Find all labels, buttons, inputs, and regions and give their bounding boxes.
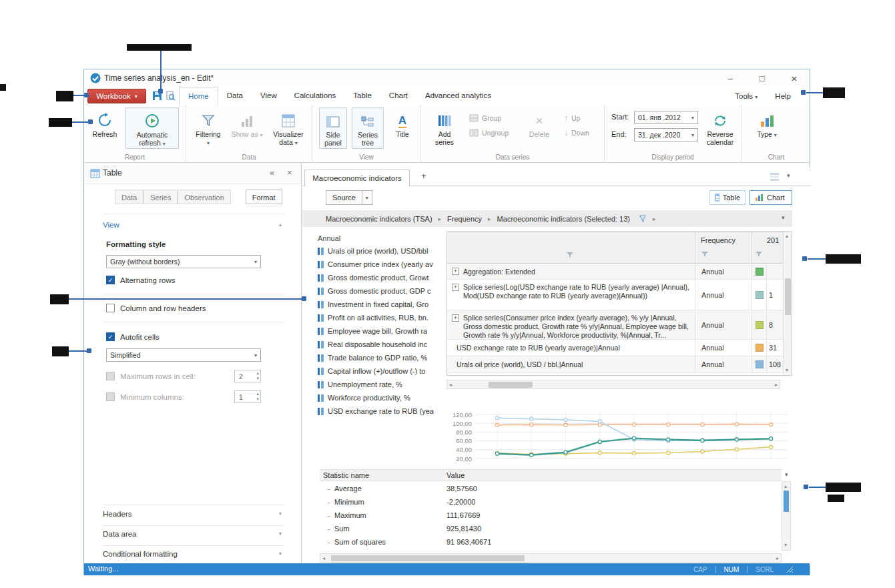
tab-table[interactable]: Table: [344, 87, 380, 105]
filtering-button[interactable]: Filtering▾: [192, 107, 225, 149]
tree-item[interactable]: Investment in fixed capital, Gro: [318, 298, 428, 310]
show-as-button[interactable]: Show as ▾: [230, 107, 264, 149]
add-series-button[interactable]: Add series: [431, 107, 458, 149]
tree-item[interactable]: Unemployment rate, %: [318, 378, 402, 390]
chevron-down-icon[interactable]: ▾: [787, 172, 790, 179]
tree-item[interactable]: Workforce productivity, %: [318, 392, 410, 404]
scroll-down-icon[interactable]: ▾: [784, 543, 787, 548]
checkbox-min-columns[interactable]: [106, 392, 115, 401]
tree-item[interactable]: Urals oil price (world), USD/bbl: [318, 245, 428, 257]
table-row[interactable]: + Aggregation: Extended Annual: [447, 264, 783, 280]
side-panel-button[interactable]: Side panel: [319, 107, 347, 149]
title-button[interactable]: A Title: [389, 107, 416, 149]
column-filter-icon[interactable]: [755, 251, 763, 258]
tools-menu[interactable]: Tools ▾: [735, 92, 758, 100]
resize-grip-icon[interactable]: [786, 565, 794, 573]
move-up-button[interactable]: ↑ Up: [564, 112, 580, 124]
scrollbar-thumb[interactable]: [489, 382, 533, 388]
visualizer-data-button[interactable]: Visualizer data ▾: [268, 107, 309, 149]
tab-data[interactable]: Data: [218, 87, 252, 105]
scrollbar-thumb[interactable]: [785, 278, 791, 315]
close-icon[interactable]: ×: [786, 73, 803, 84]
start-date-combobox[interactable]: 01. янв .2012▾: [634, 111, 698, 124]
filter-funnel-icon[interactable]: [639, 215, 647, 223]
checkbox-autofit-cells[interactable]: ✓: [106, 332, 115, 341]
table-vertical-scrollbar[interactable]: ▴ ▾: [783, 232, 792, 375]
min-columns-spinner[interactable]: 1 ▴▾: [234, 390, 261, 403]
tab-advanced-analytics[interactable]: Advanced analytics: [416, 87, 500, 105]
table-row[interactable]: + Splice series(Log(USD exchange rate to…: [447, 280, 783, 310]
panel-tab-data[interactable]: Data: [115, 190, 143, 204]
tab-calculations[interactable]: Calculations: [286, 87, 345, 105]
ungroup-button[interactable]: Ungroup: [469, 127, 509, 139]
spin-down-icon[interactable]: ▾: [256, 376, 259, 381]
maximize-icon[interactable]: □: [754, 73, 771, 83]
scroll-left-icon[interactable]: ◂: [322, 556, 325, 561]
group-button[interactable]: Group: [469, 112, 501, 124]
stats-row[interactable]: - Minimum -2,20000: [320, 498, 780, 510]
stats-row[interactable]: - Average 38,57560: [320, 485, 780, 497]
document-tab[interactable]: Macroeconomic indicators: [304, 170, 410, 186]
stats-row[interactable]: - Sum 925,81430: [320, 525, 780, 537]
breadcrumb-item[interactable]: Frequency: [447, 215, 482, 223]
checkbox-column-row-headers[interactable]: [106, 304, 115, 312]
automatic-refresh-button[interactable]: Automatic refresh ▾: [125, 107, 179, 149]
table-view-button[interactable]: Table: [709, 190, 745, 205]
section-headers[interactable]: Headers ▾: [103, 510, 284, 518]
chart-type-button[interactable]: Type ▾: [752, 107, 782, 149]
scrollbar-thumb[interactable]: [331, 555, 525, 561]
tree-item[interactable]: Consumer price index (yearly av: [318, 258, 433, 270]
tree-item[interactable]: Gross domestic product, Growt: [318, 272, 429, 284]
max-rows-spinner[interactable]: 2 ▴▾: [234, 370, 261, 382]
tree-item[interactable]: Trade balance to GDP ratio, %: [318, 352, 427, 364]
help-menu[interactable]: Help: [775, 92, 791, 100]
breadcrumb-item[interactable]: Macroeconomic indicators (TSA): [326, 215, 432, 223]
section-conditional-formatting[interactable]: Conditional formatting ▾: [103, 550, 284, 558]
breadcrumb-item[interactable]: Macroeconomic indicators (Selected: 13): [497, 215, 630, 223]
stats-horizontal-scrollbar[interactable]: ◂ ▸: [320, 553, 782, 563]
minimize-icon[interactable]: –: [721, 73, 739, 83]
checkbox-alternating-rows[interactable]: ✓: [106, 276, 115, 284]
layout-switcher-icon[interactable]: [770, 172, 780, 181]
tab-chart[interactable]: Chart: [380, 87, 416, 105]
print-preview-icon[interactable]: [166, 91, 176, 101]
collapse-panel-icon[interactable]: «: [270, 168, 274, 178]
table-horizontal-scrollbar[interactable]: ◂ ▸: [446, 380, 780, 389]
delete-button[interactable]: × Delete: [526, 107, 553, 149]
table-row[interactable]: + Splice series(Consumer price index (ye…: [447, 310, 783, 340]
move-down-button[interactable]: ↓ Down: [564, 127, 589, 139]
header-cell-frequency[interactable]: Frequency: [695, 232, 752, 264]
source-button[interactable]: Source ▾: [326, 190, 372, 205]
header-cell-name[interactable]: [447, 232, 695, 264]
tree-item[interactable]: Capital inflow (+)/outflow (-) to: [318, 365, 425, 377]
column-filter-icon[interactable]: [566, 252, 574, 258]
formatting-style-combobox[interactable]: Gray (without borders)▾: [106, 255, 261, 268]
breadcrumb-dropdown-icon[interactable]: ▾: [782, 214, 785, 221]
tab-home[interactable]: Home: [179, 87, 218, 105]
scroll-down-icon[interactable]: ▾: [786, 368, 788, 373]
tree-item[interactable]: Real disposable household inc: [318, 338, 427, 350]
section-data-area[interactable]: Data area ▾: [103, 530, 284, 538]
scroll-up-icon[interactable]: ▴: [786, 234, 788, 239]
refresh-button[interactable]: Refresh: [89, 107, 120, 149]
tree-item[interactable]: Employee wage bill, Growth ra: [318, 325, 427, 337]
stats-vertical-scrollbar[interactable]: ▴ ▾: [782, 481, 791, 551]
tree-item[interactable]: USD exchange rate to RUB (yea: [318, 405, 434, 417]
section-view[interactable]: View ▴: [103, 221, 284, 229]
add-tab-icon[interactable]: +: [421, 171, 426, 181]
reverse-calendar-button[interactable]: Reverse calendar: [701, 107, 739, 149]
tree-item[interactable]: Profit on all activities, RUB, bn.: [318, 312, 428, 324]
spin-up-icon[interactable]: ▴: [256, 391, 259, 396]
spin-up-icon[interactable]: ▴: [256, 370, 259, 376]
chart-view-button[interactable]: Chart: [750, 190, 792, 205]
column-filter-icon[interactable]: [701, 251, 709, 258]
end-date-combobox[interactable]: 31. дек .2020▾: [634, 128, 698, 141]
autofit-mode-combobox[interactable]: Simplified▾: [106, 348, 261, 362]
table-row[interactable]: USD exchange rate to RUB (yearly average…: [447, 340, 783, 356]
scrollbar-thumb[interactable]: [784, 491, 789, 512]
panel-tab-series[interactable]: Series: [143, 190, 178, 204]
scroll-up-icon[interactable]: ▴: [784, 484, 787, 489]
panel-tab-observation[interactable]: Observation: [178, 190, 230, 204]
close-panel-icon[interactable]: ×: [287, 168, 292, 178]
stats-dropdown-icon[interactable]: ▾: [785, 471, 788, 478]
